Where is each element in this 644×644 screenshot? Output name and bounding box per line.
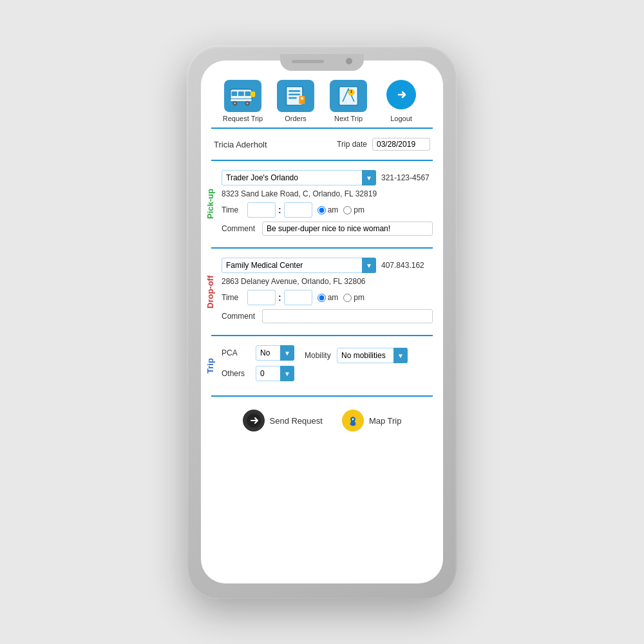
trip-section-label: Trip	[201, 340, 219, 392]
svg-rect-1	[232, 91, 238, 96]
svg-point-6	[234, 102, 236, 105]
pickup-comment-input[interactable]	[262, 222, 433, 236]
trip-body: PCA No Yes ▼ Others	[219, 340, 443, 392]
pickup-section-label: Pick-up	[201, 165, 219, 243]
orders-icon-box	[277, 80, 314, 112]
pickup-pm-label[interactable]: pm	[343, 205, 365, 214]
bus-icon	[229, 84, 256, 108]
dropoff-divider-top	[211, 247, 433, 249]
dropoff-pm-radio[interactable]	[343, 294, 352, 302]
dropoff-pm-label[interactable]: pm	[343, 293, 365, 302]
dropoff-ampm-group: am pm	[317, 293, 365, 302]
nav-item-request-trip[interactable]: Request Trip	[220, 80, 266, 122]
dropoff-hour-input[interactable]	[248, 292, 276, 303]
map-trip-label: Map Trip	[369, 416, 402, 426]
pickup-minute-stepper[interactable]: ▲ ▼	[284, 202, 312, 218]
pickup-pm-radio[interactable]	[343, 206, 352, 214]
map-trip-button[interactable]: Map Trip	[342, 410, 402, 431]
dropoff-am-radio[interactable]	[317, 294, 326, 302]
svg-rect-4	[231, 99, 252, 101]
dropoff-time-label: Time	[222, 293, 245, 302]
map-icon-svg	[346, 413, 360, 428]
trip-left-col: PCA No Yes ▼ Others	[222, 345, 294, 386]
next-trip-icon-box	[330, 80, 367, 112]
svg-rect-11	[289, 90, 300, 92]
action-divider	[211, 395, 433, 397]
nav-item-logout[interactable]: Logout	[378, 80, 424, 122]
svg-rect-12	[289, 93, 300, 95]
dropoff-phone: 407.843.162	[381, 261, 433, 270]
dropoff-time-row: Time ▲ ▼ : ▲	[222, 290, 433, 305]
pca-select[interactable]: No Yes	[256, 345, 294, 361]
others-select[interactable]: 0 1 2	[256, 366, 294, 381]
send-request-label: Send Request	[270, 416, 323, 426]
send-icon-svg	[247, 413, 261, 428]
action-bar: Send Request Map Trip	[201, 402, 443, 439]
send-request-button[interactable]: Send Request	[243, 410, 323, 431]
dropoff-comment-label: Comment	[222, 312, 257, 321]
dropoff-address: 2863 Delaney Avenue, Orlando, FL 32806	[222, 277, 433, 286]
request-trip-icon-box	[224, 80, 261, 112]
mobility-select-wrapper: No mobilities Wheelchair Walker Cane ▼	[337, 348, 408, 363]
dropoff-am-label[interactable]: am	[317, 293, 339, 302]
pickup-location-row: Trader Joe's Orlando ▼ 321-123-4567	[222, 170, 433, 185]
dropoff-minute-stepper[interactable]: ▲ ▼	[284, 290, 312, 305]
pickup-am-label[interactable]: am	[317, 205, 339, 214]
pickup-time-row: Time ▲ ▼ : ▲	[222, 202, 433, 218]
mobility-label: Mobility	[305, 351, 337, 360]
pickup-address: 8323 Sand Lake Road, C, Orlando, FL 3281…	[222, 189, 433, 198]
logout-icon-box	[386, 80, 416, 109]
pickup-location-select-wrapper: Trader Joe's Orlando ▼	[222, 170, 376, 185]
others-label: Others	[222, 369, 251, 378]
dropoff-section-label: Drop-off	[201, 252, 219, 331]
pickup-hour-input[interactable]	[248, 204, 276, 216]
mobility-select[interactable]: No mobilities Wheelchair Walker Cane	[337, 348, 408, 363]
nav-item-next-trip[interactable]: Next Trip	[325, 80, 372, 122]
svg-point-8	[246, 102, 249, 105]
user-info-row: Tricia Aderholt Trip date	[201, 133, 443, 156]
speaker	[292, 60, 324, 63]
map-trip-icon	[342, 410, 364, 431]
dropoff-comment-input[interactable]	[262, 309, 433, 323]
dropoff-body: Family Medical Center ▼ 407.843.162 2863…	[219, 252, 443, 331]
pickup-am-radio[interactable]	[317, 206, 326, 214]
pca-label: PCA	[222, 348, 251, 357]
pickup-comment-row: Comment	[222, 222, 433, 236]
pickup-time-colon: :	[278, 205, 281, 215]
pickup-section: Pick-up Trader Joe's Orlando ▼ 321-123-4…	[201, 165, 443, 243]
orders-label: Orders	[285, 115, 307, 122]
phone-screen: Request Trip	[201, 61, 443, 583]
dropoff-section: Drop-off Family Medical Center ▼ 407.843…	[201, 252, 443, 331]
pickup-hour-stepper[interactable]: ▲ ▼	[247, 202, 276, 218]
pca-select-wrapper: No Yes ▼	[256, 345, 294, 361]
nav-bar: Request Trip	[201, 73, 443, 122]
pickup-phone: 321-123-4567	[381, 173, 433, 182]
trip-right-col: Mobility No mobilities Wheelchair Walker…	[305, 348, 408, 363]
dropoff-minute-input[interactable]	[285, 292, 312, 303]
logout-icon	[392, 86, 410, 104]
phone-frame: Request Trip	[187, 45, 457, 599]
send-request-icon	[243, 410, 265, 431]
svg-rect-13	[289, 97, 297, 99]
svg-rect-3	[245, 91, 251, 96]
nav-item-orders[interactable]: Orders	[272, 80, 319, 122]
pickup-ampm-group: am pm	[317, 205, 365, 214]
dropoff-location-select[interactable]: Family Medical Center	[222, 258, 376, 273]
trip-divider-top	[211, 335, 433, 336]
pickup-body: Trader Joe's Orlando ▼ 321-123-4567 8323…	[219, 165, 443, 243]
user-name: Tricia Aderholt	[214, 140, 332, 149]
pickup-comment-label: Comment	[222, 224, 257, 233]
others-row: Others 0 1 2 ▼	[222, 366, 294, 381]
pickup-divider-top	[211, 160, 433, 161]
pca-row: PCA No Yes ▼	[222, 345, 294, 361]
next-trip-label: Next Trip	[334, 115, 363, 122]
dropoff-hour-stepper[interactable]: ▲ ▼	[247, 290, 276, 305]
trip-section: Trip PCA No Yes ▼	[201, 340, 443, 392]
dropoff-location-select-wrapper: Family Medical Center ▼	[222, 258, 376, 273]
trip-date-input[interactable]	[372, 138, 430, 151]
pickup-minute-input[interactable]	[285, 204, 312, 216]
svg-rect-9	[251, 91, 255, 97]
pickup-location-select[interactable]: Trader Joe's Orlando	[222, 170, 376, 185]
dropoff-location-row: Family Medical Center ▼ 407.843.162	[222, 258, 433, 273]
svg-point-25	[352, 419, 354, 421]
